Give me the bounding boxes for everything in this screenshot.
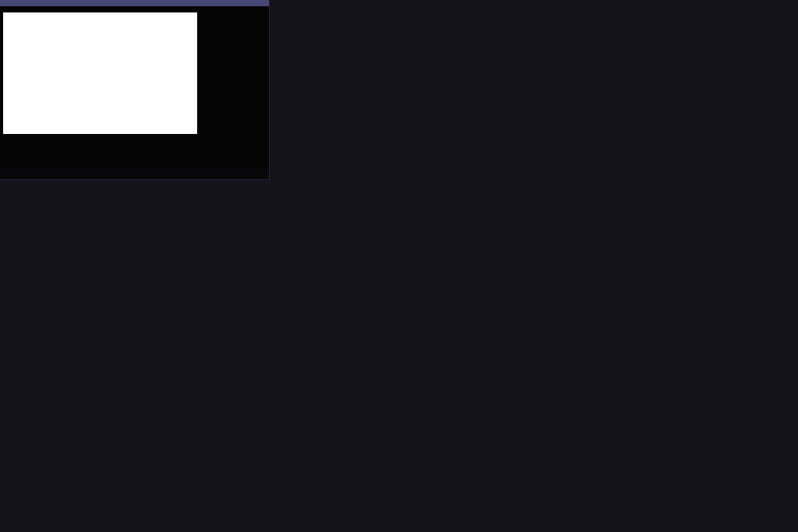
- slide: [3, 12, 197, 134]
- window-titlebar: [0, 0, 269, 6]
- stage: [0, 6, 269, 168]
- meeting-screenshot-1: [0, 0, 269, 179]
- screenshot-grid: [0, 0, 798, 532]
